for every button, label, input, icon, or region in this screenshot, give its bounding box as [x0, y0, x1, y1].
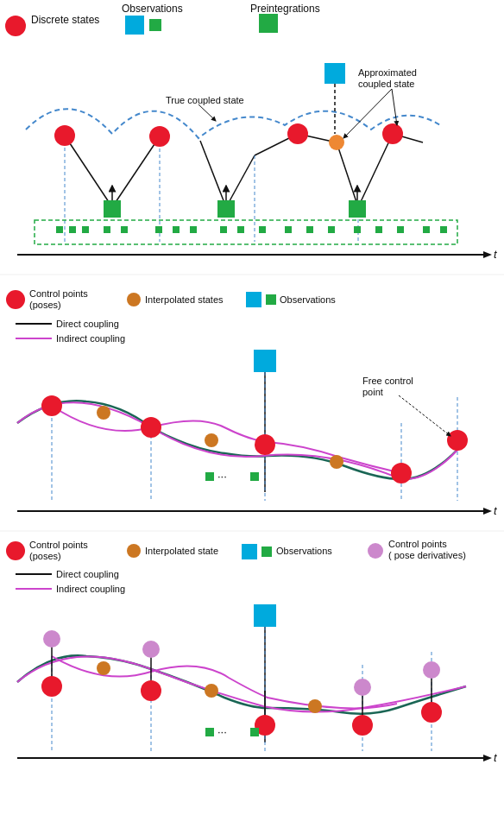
- svg-marker-54: [483, 251, 492, 258]
- svg-line-13: [337, 142, 358, 207]
- svg-rect-44: [259, 226, 266, 233]
- svg-text:point: point: [362, 387, 383, 397]
- svg-point-84: [391, 463, 412, 483]
- svg-text:t: t: [494, 751, 498, 764]
- svg-text:···: ···: [217, 470, 227, 483]
- svg-point-22: [287, 123, 308, 144]
- svg-point-125: [41, 676, 62, 697]
- svg-text:Indirect coupling: Indirect coupling: [56, 584, 125, 594]
- svg-rect-45: [285, 226, 292, 233]
- svg-point-136: [308, 699, 322, 713]
- svg-rect-38: [121, 226, 128, 233]
- svg-point-83: [255, 434, 275, 455]
- svg-rect-27: [349, 200, 366, 218]
- svg-point-99: [6, 541, 25, 560]
- svg-rect-74: [254, 350, 276, 372]
- svg-line-10: [226, 155, 255, 207]
- svg-point-129: [421, 702, 442, 723]
- svg-point-63: [6, 290, 25, 309]
- direct-coupling-label-2: Direct coupling: [56, 319, 119, 329]
- svg-point-24: [329, 135, 344, 150]
- svg-point-23: [382, 123, 403, 144]
- svg-rect-139: [250, 728, 259, 736]
- svg-rect-37: [104, 226, 110, 233]
- svg-text:True coupled state: True coupled state: [166, 95, 244, 105]
- svg-point-132: [354, 679, 371, 696]
- svg-rect-1: [125, 16, 144, 35]
- svg-text:Approximated: Approximated: [358, 67, 417, 78]
- svg-rect-35: [69, 226, 76, 233]
- svg-text:t: t: [494, 248, 498, 261]
- svg-rect-40: [173, 226, 180, 233]
- svg-text:Preintegrations: Preintegrations: [250, 3, 320, 15]
- svg-line-8: [112, 136, 160, 207]
- svg-point-107: [368, 543, 383, 559]
- svg-rect-51: [423, 226, 430, 233]
- svg-text:···: ···: [217, 725, 227, 738]
- main-container: Discrete states Observations Preintegrat…: [0, 0, 504, 834]
- svg-text:Control points: Control points: [388, 539, 447, 549]
- svg-rect-46: [306, 226, 313, 233]
- svg-point-128: [352, 715, 373, 736]
- svg-rect-42: [220, 226, 227, 233]
- svg-text:( pose derivatives): ( pose derivatives): [388, 550, 466, 560]
- svg-rect-33: [35, 220, 457, 244]
- svg-text:Indirect coupling: Indirect coupling: [56, 333, 125, 344]
- svg-rect-43: [237, 226, 244, 233]
- svg-rect-41: [190, 226, 197, 233]
- svg-rect-69: [266, 294, 276, 305]
- svg-text:Free control: Free control: [362, 376, 413, 386]
- svg-line-14: [358, 134, 393, 207]
- svg-point-86: [97, 406, 110, 420]
- svg-point-102: [127, 544, 141, 558]
- svg-rect-50: [397, 226, 404, 233]
- svg-rect-3: [259, 14, 278, 33]
- svg-rect-49: [375, 226, 382, 233]
- svg-point-20: [54, 125, 75, 146]
- svg-rect-2: [149, 19, 161, 31]
- svg-point-130: [43, 630, 60, 648]
- svg-point-82: [141, 417, 161, 438]
- svg-point-66: [127, 293, 141, 306]
- svg-rect-47: [328, 226, 335, 233]
- svg-rect-48: [354, 226, 361, 233]
- svg-rect-25: [104, 200, 121, 218]
- svg-line-94: [399, 395, 450, 436]
- svg-rect-52: [440, 226, 447, 233]
- svg-text:Observations: Observations: [122, 3, 183, 15]
- svg-rect-91: [250, 472, 259, 481]
- svg-point-133: [423, 661, 440, 679]
- svg-rect-89: [205, 472, 214, 481]
- svg-line-7: [65, 136, 112, 207]
- svg-rect-137: [205, 728, 214, 736]
- svg-rect-36: [82, 226, 89, 233]
- svg-text:coupled state: coupled state: [358, 79, 414, 89]
- svg-point-134: [97, 661, 110, 675]
- svg-point-135: [205, 684, 218, 698]
- svg-point-21: [149, 126, 170, 147]
- svg-rect-26: [217, 200, 235, 218]
- svg-marker-141: [483, 755, 492, 761]
- svg-text:(poses): (poses): [29, 300, 61, 310]
- svg-point-88: [330, 455, 343, 469]
- svg-text:Observations: Observations: [280, 294, 336, 305]
- svg-rect-105: [261, 547, 272, 557]
- svg-rect-113: [254, 604, 276, 627]
- svg-rect-39: [155, 226, 162, 233]
- svg-text:t: t: [494, 504, 498, 517]
- svg-point-87: [205, 433, 218, 447]
- svg-point-0: [5, 16, 26, 36]
- svg-text:Control points: Control points: [29, 540, 88, 550]
- svg-text:Discrete states: Discrete states: [31, 14, 99, 26]
- svg-line-9: [200, 141, 226, 207]
- svg-point-126: [141, 680, 161, 701]
- svg-rect-34: [56, 226, 63, 233]
- svg-rect-68: [246, 292, 261, 307]
- svg-rect-31: [324, 63, 345, 84]
- svg-text:Observations: Observations: [276, 546, 332, 556]
- svg-rect-104: [242, 544, 257, 559]
- svg-text:(poses): (poses): [29, 551, 61, 561]
- svg-text:Interpolated states: Interpolated states: [145, 294, 224, 305]
- svg-point-81: [41, 395, 62, 416]
- direct-coupling-label-3: Direct coupling: [56, 569, 119, 579]
